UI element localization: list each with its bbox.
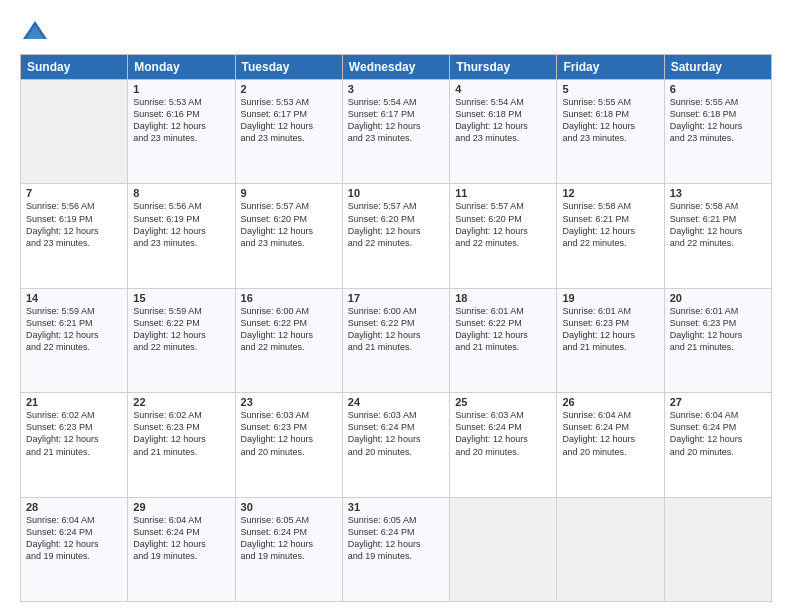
day-number: 16 bbox=[241, 292, 337, 304]
week-row-3: 14Sunrise: 5:59 AM Sunset: 6:21 PM Dayli… bbox=[21, 288, 772, 392]
day-cell: 3Sunrise: 5:54 AM Sunset: 6:17 PM Daylig… bbox=[342, 80, 449, 184]
day-number: 23 bbox=[241, 396, 337, 408]
day-cell: 31Sunrise: 6:05 AM Sunset: 6:24 PM Dayli… bbox=[342, 497, 449, 601]
day-info: Sunrise: 5:59 AM Sunset: 6:21 PM Dayligh… bbox=[26, 305, 122, 354]
day-cell: 16Sunrise: 6:00 AM Sunset: 6:22 PM Dayli… bbox=[235, 288, 342, 392]
day-cell bbox=[664, 497, 771, 601]
day-cell bbox=[557, 497, 664, 601]
day-number: 15 bbox=[133, 292, 229, 304]
week-row-4: 21Sunrise: 6:02 AM Sunset: 6:23 PM Dayli… bbox=[21, 393, 772, 497]
day-cell: 27Sunrise: 6:04 AM Sunset: 6:24 PM Dayli… bbox=[664, 393, 771, 497]
day-info: Sunrise: 5:57 AM Sunset: 6:20 PM Dayligh… bbox=[241, 200, 337, 249]
day-info: Sunrise: 5:59 AM Sunset: 6:22 PM Dayligh… bbox=[133, 305, 229, 354]
day-cell: 22Sunrise: 6:02 AM Sunset: 6:23 PM Dayli… bbox=[128, 393, 235, 497]
col-header-wednesday: Wednesday bbox=[342, 55, 449, 80]
header bbox=[20, 18, 772, 48]
day-info: Sunrise: 6:04 AM Sunset: 6:24 PM Dayligh… bbox=[133, 514, 229, 563]
day-cell: 7Sunrise: 5:56 AM Sunset: 6:19 PM Daylig… bbox=[21, 184, 128, 288]
day-cell: 10Sunrise: 5:57 AM Sunset: 6:20 PM Dayli… bbox=[342, 184, 449, 288]
day-info: Sunrise: 5:53 AM Sunset: 6:17 PM Dayligh… bbox=[241, 96, 337, 145]
day-info: Sunrise: 5:55 AM Sunset: 6:18 PM Dayligh… bbox=[670, 96, 766, 145]
day-info: Sunrise: 6:01 AM Sunset: 6:22 PM Dayligh… bbox=[455, 305, 551, 354]
day-info: Sunrise: 6:03 AM Sunset: 6:23 PM Dayligh… bbox=[241, 409, 337, 458]
day-cell: 25Sunrise: 6:03 AM Sunset: 6:24 PM Dayli… bbox=[450, 393, 557, 497]
day-cell: 30Sunrise: 6:05 AM Sunset: 6:24 PM Dayli… bbox=[235, 497, 342, 601]
logo bbox=[20, 18, 54, 48]
day-info: Sunrise: 5:57 AM Sunset: 6:20 PM Dayligh… bbox=[348, 200, 444, 249]
day-info: Sunrise: 6:00 AM Sunset: 6:22 PM Dayligh… bbox=[348, 305, 444, 354]
day-info: Sunrise: 6:03 AM Sunset: 6:24 PM Dayligh… bbox=[455, 409, 551, 458]
day-number: 4 bbox=[455, 83, 551, 95]
page: SundayMondayTuesdayWednesdayThursdayFrid… bbox=[0, 0, 792, 612]
day-info: Sunrise: 5:57 AM Sunset: 6:20 PM Dayligh… bbox=[455, 200, 551, 249]
day-number: 7 bbox=[26, 187, 122, 199]
day-number: 11 bbox=[455, 187, 551, 199]
day-info: Sunrise: 6:05 AM Sunset: 6:24 PM Dayligh… bbox=[241, 514, 337, 563]
day-number: 25 bbox=[455, 396, 551, 408]
day-cell bbox=[21, 80, 128, 184]
header-row: SundayMondayTuesdayWednesdayThursdayFrid… bbox=[21, 55, 772, 80]
week-row-5: 28Sunrise: 6:04 AM Sunset: 6:24 PM Dayli… bbox=[21, 497, 772, 601]
week-row-2: 7Sunrise: 5:56 AM Sunset: 6:19 PM Daylig… bbox=[21, 184, 772, 288]
day-info: Sunrise: 6:04 AM Sunset: 6:24 PM Dayligh… bbox=[26, 514, 122, 563]
day-number: 10 bbox=[348, 187, 444, 199]
day-number: 22 bbox=[133, 396, 229, 408]
day-info: Sunrise: 5:58 AM Sunset: 6:21 PM Dayligh… bbox=[562, 200, 658, 249]
day-number: 21 bbox=[26, 396, 122, 408]
day-cell: 14Sunrise: 5:59 AM Sunset: 6:21 PM Dayli… bbox=[21, 288, 128, 392]
day-number: 19 bbox=[562, 292, 658, 304]
day-number: 8 bbox=[133, 187, 229, 199]
day-number: 1 bbox=[133, 83, 229, 95]
col-header-thursday: Thursday bbox=[450, 55, 557, 80]
day-info: Sunrise: 5:56 AM Sunset: 6:19 PM Dayligh… bbox=[133, 200, 229, 249]
day-number: 17 bbox=[348, 292, 444, 304]
day-number: 9 bbox=[241, 187, 337, 199]
day-info: Sunrise: 5:54 AM Sunset: 6:18 PM Dayligh… bbox=[455, 96, 551, 145]
calendar-table: SundayMondayTuesdayWednesdayThursdayFrid… bbox=[20, 54, 772, 602]
day-info: Sunrise: 6:02 AM Sunset: 6:23 PM Dayligh… bbox=[133, 409, 229, 458]
day-info: Sunrise: 6:04 AM Sunset: 6:24 PM Dayligh… bbox=[670, 409, 766, 458]
day-number: 27 bbox=[670, 396, 766, 408]
day-cell: 9Sunrise: 5:57 AM Sunset: 6:20 PM Daylig… bbox=[235, 184, 342, 288]
day-cell: 13Sunrise: 5:58 AM Sunset: 6:21 PM Dayli… bbox=[664, 184, 771, 288]
day-cell: 11Sunrise: 5:57 AM Sunset: 6:20 PM Dayli… bbox=[450, 184, 557, 288]
day-cell: 23Sunrise: 6:03 AM Sunset: 6:23 PM Dayli… bbox=[235, 393, 342, 497]
day-number: 29 bbox=[133, 501, 229, 513]
day-cell: 26Sunrise: 6:04 AM Sunset: 6:24 PM Dayli… bbox=[557, 393, 664, 497]
day-cell: 21Sunrise: 6:02 AM Sunset: 6:23 PM Dayli… bbox=[21, 393, 128, 497]
day-info: Sunrise: 6:01 AM Sunset: 6:23 PM Dayligh… bbox=[670, 305, 766, 354]
day-info: Sunrise: 6:01 AM Sunset: 6:23 PM Dayligh… bbox=[562, 305, 658, 354]
col-header-sunday: Sunday bbox=[21, 55, 128, 80]
day-cell: 12Sunrise: 5:58 AM Sunset: 6:21 PM Dayli… bbox=[557, 184, 664, 288]
day-cell: 28Sunrise: 6:04 AM Sunset: 6:24 PM Dayli… bbox=[21, 497, 128, 601]
day-cell: 15Sunrise: 5:59 AM Sunset: 6:22 PM Dayli… bbox=[128, 288, 235, 392]
day-cell: 17Sunrise: 6:00 AM Sunset: 6:22 PM Dayli… bbox=[342, 288, 449, 392]
col-header-friday: Friday bbox=[557, 55, 664, 80]
day-info: Sunrise: 5:56 AM Sunset: 6:19 PM Dayligh… bbox=[26, 200, 122, 249]
col-header-monday: Monday bbox=[128, 55, 235, 80]
day-number: 12 bbox=[562, 187, 658, 199]
day-info: Sunrise: 6:04 AM Sunset: 6:24 PM Dayligh… bbox=[562, 409, 658, 458]
day-cell: 29Sunrise: 6:04 AM Sunset: 6:24 PM Dayli… bbox=[128, 497, 235, 601]
day-info: Sunrise: 5:53 AM Sunset: 6:16 PM Dayligh… bbox=[133, 96, 229, 145]
day-number: 3 bbox=[348, 83, 444, 95]
day-number: 28 bbox=[26, 501, 122, 513]
day-number: 24 bbox=[348, 396, 444, 408]
day-info: Sunrise: 5:58 AM Sunset: 6:21 PM Dayligh… bbox=[670, 200, 766, 249]
day-number: 5 bbox=[562, 83, 658, 95]
col-header-saturday: Saturday bbox=[664, 55, 771, 80]
day-cell: 19Sunrise: 6:01 AM Sunset: 6:23 PM Dayli… bbox=[557, 288, 664, 392]
day-number: 2 bbox=[241, 83, 337, 95]
day-info: Sunrise: 6:00 AM Sunset: 6:22 PM Dayligh… bbox=[241, 305, 337, 354]
day-cell: 6Sunrise: 5:55 AM Sunset: 6:18 PM Daylig… bbox=[664, 80, 771, 184]
day-number: 6 bbox=[670, 83, 766, 95]
day-info: Sunrise: 5:55 AM Sunset: 6:18 PM Dayligh… bbox=[562, 96, 658, 145]
day-cell: 18Sunrise: 6:01 AM Sunset: 6:22 PM Dayli… bbox=[450, 288, 557, 392]
logo-icon bbox=[20, 18, 50, 48]
week-row-1: 1Sunrise: 5:53 AM Sunset: 6:16 PM Daylig… bbox=[21, 80, 772, 184]
day-info: Sunrise: 6:02 AM Sunset: 6:23 PM Dayligh… bbox=[26, 409, 122, 458]
day-cell: 8Sunrise: 5:56 AM Sunset: 6:19 PM Daylig… bbox=[128, 184, 235, 288]
day-number: 26 bbox=[562, 396, 658, 408]
day-cell: 2Sunrise: 5:53 AM Sunset: 6:17 PM Daylig… bbox=[235, 80, 342, 184]
day-number: 13 bbox=[670, 187, 766, 199]
